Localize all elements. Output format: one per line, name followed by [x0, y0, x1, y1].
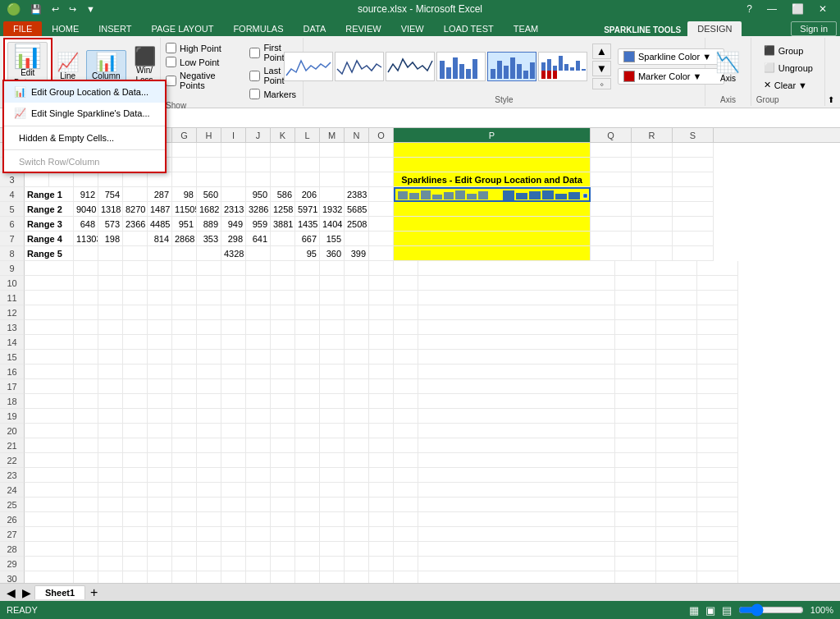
row-num-12[interactable]: 12: [0, 305, 25, 320]
cell-f13[interactable]: [172, 320, 197, 335]
save-btn[interactable]: 💾: [27, 2, 45, 16]
cell-r17[interactable]: [656, 379, 697, 394]
cell-k28[interactable]: [295, 542, 320, 557]
cell-e24[interactable]: [148, 483, 172, 497]
cell-d20[interactable]: [123, 424, 148, 438]
cell-k8[interactable]: [271, 246, 295, 261]
cell-n27[interactable]: [369, 527, 394, 542]
cell-a15[interactable]: [25, 350, 74, 365]
cell-h27[interactable]: [221, 527, 246, 542]
cell-k16[interactable]: [295, 365, 320, 379]
cell-c23[interactable]: [98, 468, 123, 483]
cell-a20[interactable]: [25, 424, 74, 438]
cell-p11[interactable]: [418, 291, 615, 305]
cell-b14[interactable]: [74, 335, 98, 350]
cell-k18[interactable]: [295, 394, 320, 409]
cell-a22[interactable]: [25, 453, 74, 468]
cell-i6[interactable]: 949: [221, 217, 246, 232]
cell-q15[interactable]: [615, 350, 656, 365]
cell-l21[interactable]: [320, 438, 345, 453]
row-num-9[interactable]: 9: [0, 261, 25, 276]
cell-c17[interactable]: [98, 379, 123, 394]
cell-l16[interactable]: [320, 365, 345, 379]
cell-c20[interactable]: [98, 424, 123, 438]
cell-j23[interactable]: [271, 468, 295, 483]
cell-q27[interactable]: [615, 527, 656, 542]
cell-c27[interactable]: [98, 527, 123, 542]
cell-q14[interactable]: [615, 335, 656, 350]
cell-n10[interactable]: [369, 276, 394, 291]
cell-a26[interactable]: [25, 512, 74, 527]
col-header-p[interactable]: P: [394, 128, 591, 142]
cell-a4[interactable]: Range 1: [25, 187, 74, 202]
cell-j18[interactable]: [271, 394, 295, 409]
cell-m18[interactable]: [345, 394, 369, 409]
cell-l3[interactable]: [295, 172, 320, 187]
cell-r23[interactable]: [656, 468, 697, 483]
cell-r18[interactable]: [656, 394, 697, 409]
style-down-btn[interactable]: ▼: [592, 61, 611, 76]
cell-c4[interactable]: 912: [74, 187, 98, 202]
cell-m2[interactable]: [320, 158, 345, 172]
cell-c6[interactable]: 648: [74, 217, 98, 232]
cell-g11[interactable]: [197, 291, 221, 305]
cell-d27[interactable]: [123, 527, 148, 542]
style-thumb-1[interactable]: [284, 52, 333, 81]
cell-k24[interactable]: [295, 483, 320, 497]
cell-r3[interactable]: [632, 172, 673, 187]
cell-d13[interactable]: [123, 320, 148, 335]
cell-l15[interactable]: [320, 350, 345, 365]
cell-e23[interactable]: [148, 468, 172, 483]
cell-l27[interactable]: [320, 527, 345, 542]
cell-m28[interactable]: [345, 542, 369, 557]
cell-d5[interactable]: 1318: [98, 202, 123, 217]
tab-formulas[interactable]: FORMULAS: [223, 21, 293, 36]
cell-b10[interactable]: [74, 276, 98, 291]
cell-q20[interactable]: [615, 424, 656, 438]
cell-b22[interactable]: [74, 453, 98, 468]
cell-q10[interactable]: [615, 276, 656, 291]
cell-d11[interactable]: [123, 291, 148, 305]
cell-m1[interactable]: [320, 143, 345, 158]
page-layout-btn[interactable]: ▣: [705, 604, 715, 617]
cell-e8[interactable]: [123, 246, 148, 261]
cell-j1[interactable]: [246, 143, 271, 158]
cell-b27[interactable]: [74, 527, 98, 542]
cell-h16[interactable]: [221, 365, 246, 379]
cell-b3[interactable]: [49, 172, 74, 187]
style-up-btn[interactable]: ▲: [592, 44, 611, 59]
cell-p16[interactable]: [418, 365, 615, 379]
cell-j25[interactable]: [271, 497, 295, 512]
cell-k21[interactable]: [295, 438, 320, 453]
row-num-10[interactable]: 10: [0, 276, 25, 291]
cell-p13[interactable]: [418, 320, 615, 335]
cell-g14[interactable]: [197, 335, 221, 350]
cell-s5[interactable]: [673, 202, 714, 217]
cell-p4[interactable]: [394, 187, 591, 202]
cell-k3[interactable]: [271, 172, 295, 187]
cell-h9[interactable]: [221, 261, 246, 276]
cell-h11[interactable]: [221, 291, 246, 305]
cell-m17[interactable]: [345, 379, 369, 394]
cell-l24[interactable]: [320, 483, 345, 497]
tab-view[interactable]: VIEW: [391, 21, 434, 36]
cell-r4[interactable]: [632, 187, 673, 202]
cell-k7[interactable]: [271, 232, 295, 246]
cell-q28[interactable]: [615, 542, 656, 557]
cell-b23[interactable]: [74, 468, 98, 483]
cell-c16[interactable]: [98, 365, 123, 379]
cell-o12[interactable]: [394, 305, 418, 320]
cell-q2[interactable]: [591, 158, 632, 172]
cell-g28[interactable]: [197, 542, 221, 557]
cell-m10[interactable]: [345, 276, 369, 291]
cell-q4[interactable]: [591, 187, 632, 202]
cell-a7[interactable]: Range 4: [25, 232, 74, 246]
cell-q21[interactable]: [615, 438, 656, 453]
cell-n19[interactable]: [369, 409, 394, 424]
cell-i27[interactable]: [246, 527, 271, 542]
cell-l7[interactable]: 667: [295, 232, 320, 246]
cell-k19[interactable]: [295, 409, 320, 424]
cell-f14[interactable]: [172, 335, 197, 350]
cell-i26[interactable]: [246, 512, 271, 527]
cell-b28[interactable]: [74, 542, 98, 557]
